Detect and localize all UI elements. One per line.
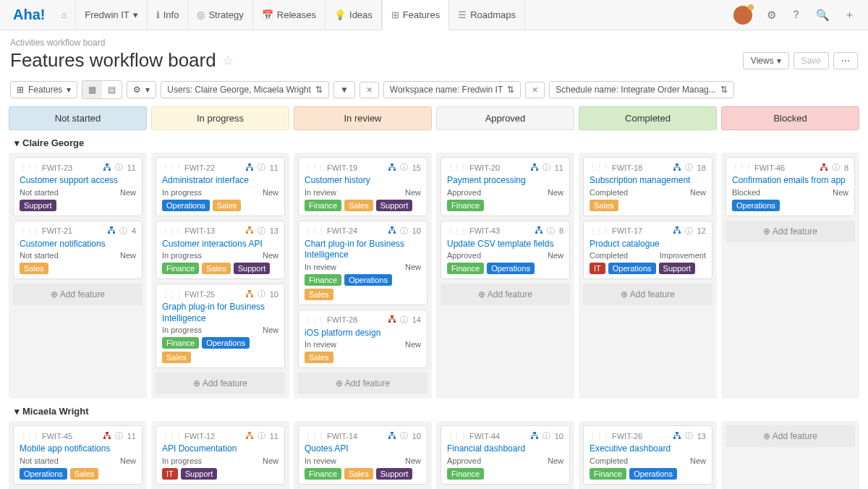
feature-card[interactable]: ⋮⋮⋮FWIT-17ⓘ12Product catalogueCompletedI… xyxy=(583,221,712,280)
card-title[interactable]: iOS platform design xyxy=(305,328,421,339)
tag[interactable]: Operations xyxy=(202,337,250,349)
drag-icon[interactable]: ⋮⋮⋮ xyxy=(162,290,182,298)
hierarchy-icon[interactable] xyxy=(103,432,111,441)
feature-card[interactable]: ⋮⋮⋮FWIT-23ⓘ11Customer support accessNot … xyxy=(13,157,142,216)
info-icon[interactable]: ⓘ xyxy=(542,430,550,441)
hierarchy-icon[interactable] xyxy=(388,432,396,441)
help-icon[interactable]: ？ xyxy=(783,8,809,22)
column-header[interactable]: Blocked xyxy=(721,106,859,130)
drag-icon[interactable]: ⋮⋮⋮ xyxy=(20,227,39,235)
info-icon[interactable]: ⓘ xyxy=(542,162,550,173)
card-title[interactable]: API Documentation xyxy=(162,443,278,455)
feature-card[interactable]: ⋮⋮⋮FWIT-12ⓘ11API DocumentationIn progres… xyxy=(156,425,285,485)
hierarchy-icon[interactable] xyxy=(246,290,253,299)
tag[interactable]: Finance xyxy=(305,274,341,286)
column-header[interactable]: In progress xyxy=(151,106,289,130)
info-icon[interactable]: ⓘ xyxy=(685,430,693,441)
nav-strategy[interactable]: ◎Strategy xyxy=(188,0,252,30)
card-title[interactable]: Graph plug-in for Business Intelligence xyxy=(162,302,278,324)
info-icon[interactable]: ⓘ xyxy=(115,162,123,173)
filter-schedule[interactable]: Schedule name: Integrate Order Manag...⇅ xyxy=(549,81,733,98)
hierarchy-icon[interactable] xyxy=(388,315,396,324)
workspace-selector[interactable]: Fredwin IT▾ xyxy=(76,0,147,30)
home-nav[interactable]: ⌂ xyxy=(52,0,76,30)
card-title[interactable]: Executive dashboard xyxy=(590,443,706,455)
hierarchy-icon[interactable] xyxy=(673,432,681,441)
tag[interactable]: Support xyxy=(376,200,413,211)
grid-view-icon[interactable]: ▤ xyxy=(102,81,122,98)
tag[interactable]: Sales xyxy=(162,352,191,363)
feature-card[interactable]: ⋮⋮⋮FWIT-13ⓘ13Customer interactions APIIn… xyxy=(156,221,285,280)
swimlane-header[interactable]: ▾ Micaela Wright xyxy=(4,399,864,421)
info-icon[interactable]: ⓘ xyxy=(400,430,408,441)
tag[interactable]: Sales xyxy=(213,200,242,211)
tag[interactable]: IT xyxy=(162,468,178,480)
info-icon[interactable]: ⓘ xyxy=(400,315,408,326)
tag[interactable]: Support xyxy=(376,468,413,480)
tag[interactable]: Support xyxy=(659,263,696,274)
info-icon[interactable]: ⓘ xyxy=(832,162,840,173)
hierarchy-icon[interactable] xyxy=(535,226,542,235)
info-icon[interactable]: ⓘ xyxy=(119,226,127,237)
card-title[interactable]: Update CSV template fields xyxy=(447,239,563,250)
feature-card[interactable]: ⋮⋮⋮FWIT-45ⓘ11Mobile app notificationsNot… xyxy=(13,425,142,485)
drag-icon[interactable]: ⋮⋮⋮ xyxy=(162,163,182,171)
info-icon[interactable]: ⓘ xyxy=(258,162,265,173)
view-toggle[interactable]: ▦ ▤ xyxy=(82,80,122,99)
info-icon[interactable]: ⓘ xyxy=(258,430,265,441)
drag-icon[interactable]: ⋮⋮⋮ xyxy=(162,227,182,235)
hierarchy-icon[interactable] xyxy=(103,163,111,172)
info-icon[interactable]: ⓘ xyxy=(400,162,408,173)
add-feature-button[interactable]: ⊕ Add feature xyxy=(156,373,285,394)
user-avatar[interactable] xyxy=(726,6,760,25)
tag[interactable]: Finance xyxy=(447,468,484,480)
info-icon[interactable]: ⓘ xyxy=(258,226,265,237)
tag[interactable]: Sales xyxy=(305,289,333,300)
drag-icon[interactable]: ⋮⋮⋮ xyxy=(590,432,609,440)
feature-card[interactable]: ⋮⋮⋮FWIT-21ⓘ4Customer notificationsNot st… xyxy=(13,221,142,280)
tag[interactable]: Operations xyxy=(344,274,392,286)
swimlane-header[interactable]: ▾ Claire George xyxy=(4,130,864,153)
hierarchy-icon[interactable] xyxy=(531,432,538,441)
logo[interactable]: Aha! xyxy=(6,7,52,23)
card-title[interactable]: Customer notifications xyxy=(20,239,136,250)
info-icon[interactable]: ⓘ xyxy=(685,162,693,173)
drag-icon[interactable]: ⋮⋮⋮ xyxy=(447,163,467,171)
drag-icon[interactable]: ⋮⋮⋮ xyxy=(590,163,609,171)
features-dropdown[interactable]: ⊞Features▾ xyxy=(10,81,77,98)
tag[interactable]: Finance xyxy=(162,263,199,274)
drag-icon[interactable]: ⋮⋮⋮ xyxy=(305,163,324,171)
hierarchy-icon[interactable] xyxy=(108,226,115,235)
column-header[interactable]: In review xyxy=(294,106,432,130)
column-header[interactable]: Completed xyxy=(579,106,717,130)
tag[interactable]: IT xyxy=(590,263,605,274)
hierarchy-icon[interactable] xyxy=(246,432,253,441)
tag[interactable]: Operations xyxy=(629,468,677,480)
gear-icon[interactable]: ⚙ xyxy=(760,9,783,22)
filter-users[interactable]: Users: Claire George, Micaela Wright⇅ xyxy=(161,81,329,98)
star-icon[interactable]: ☆ xyxy=(222,53,234,69)
tag[interactable]: Operations xyxy=(20,468,67,480)
drag-icon[interactable]: ⋮⋮⋮ xyxy=(305,432,324,440)
tag[interactable]: Support xyxy=(234,263,271,274)
card-title[interactable]: Subscription management xyxy=(590,175,706,187)
tag[interactable]: Operations xyxy=(732,200,780,211)
feature-card[interactable]: ⋮⋮⋮FWIT-26ⓘ13Executive dashboardComplete… xyxy=(583,425,712,485)
column-header[interactable]: Not started xyxy=(9,106,147,130)
feature-card[interactable]: ⋮⋮⋮FWIT-44ⓘ10Financial dashboardApproved… xyxy=(441,425,570,485)
tag[interactable]: Sales xyxy=(70,468,99,480)
tag[interactable]: Finance xyxy=(447,200,484,211)
tag[interactable]: Sales xyxy=(344,468,373,480)
tag[interactable]: Support xyxy=(20,200,56,211)
info-icon[interactable]: ⓘ xyxy=(547,226,555,237)
tag[interactable]: Sales xyxy=(20,263,48,274)
card-title[interactable]: Customer interactions API xyxy=(162,239,278,250)
nav-info[interactable]: ℹInfo xyxy=(148,0,189,30)
add-feature-button[interactable]: ⊕ Add feature xyxy=(13,284,142,305)
tag[interactable]: Sales xyxy=(590,200,618,211)
add-feature-button[interactable]: ⊕ Add feature xyxy=(583,284,712,305)
tag[interactable]: Sales xyxy=(202,263,231,274)
hierarchy-icon[interactable] xyxy=(246,226,253,235)
save-button[interactable]: Save xyxy=(793,52,829,69)
tag[interactable]: Finance xyxy=(162,337,199,349)
